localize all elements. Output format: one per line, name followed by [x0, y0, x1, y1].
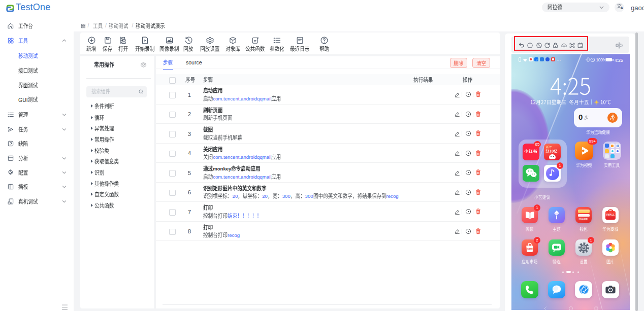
svg-text:HUAWEI: HUAWEI [527, 248, 533, 250]
